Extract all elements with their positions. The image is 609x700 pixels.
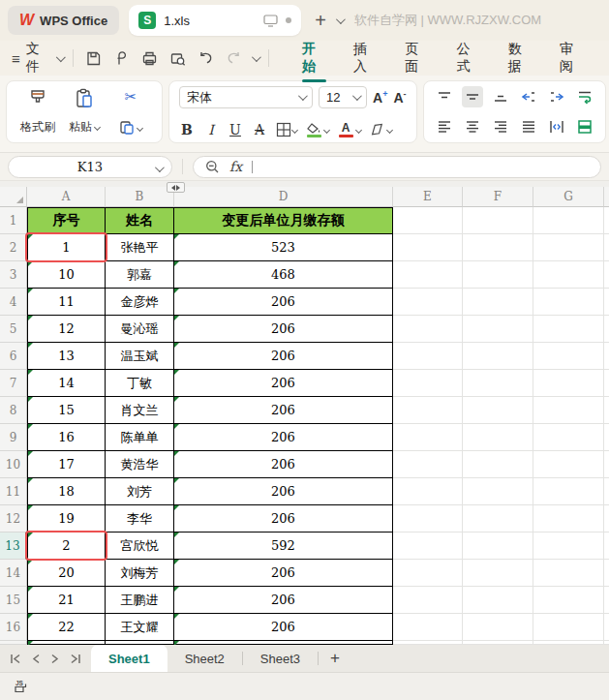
cell-A2[interactable]: 1 — [27, 234, 106, 261]
cell-G2[interactable] — [533, 234, 604, 261]
font-name-select[interactable]: 宋体 — [179, 86, 313, 108]
cell-E13[interactable] — [393, 533, 463, 560]
row-header-2[interactable]: 2 — [0, 234, 27, 261]
cell-A13[interactable]: 2 — [27, 533, 106, 560]
prev-sheet-button[interactable] — [32, 654, 41, 664]
column-header-A[interactable]: A — [27, 187, 106, 207]
cut-icon[interactable]: ✂ — [125, 88, 137, 106]
underline-button[interactable]: U — [228, 122, 243, 137]
cell-B11[interactable]: 刘芳 — [106, 478, 174, 505]
cell-B16[interactable]: 王文耀 — [106, 614, 174, 641]
align-top-button[interactable] — [434, 86, 455, 107]
row-header-16[interactable]: 16 — [0, 614, 27, 641]
hidden-column-handle[interactable] — [167, 182, 185, 193]
formula-input[interactable]: fx — [193, 156, 601, 178]
increase-indent-button[interactable] — [546, 86, 567, 107]
cell-G4[interactable] — [533, 289, 604, 316]
cell-F15[interactable] — [463, 587, 533, 614]
cell-D12[interactable]: 206 — [174, 505, 393, 533]
copy-button[interactable] — [119, 120, 142, 136]
cell-B3[interactable]: 郭嘉 — [106, 261, 174, 289]
cell-A7[interactable]: 14 — [27, 370, 106, 397]
row-header-7[interactable]: 7 — [0, 370, 27, 397]
cell-E16[interactable] — [393, 614, 463, 641]
cell-G11[interactable] — [533, 478, 604, 505]
print-button[interactable] — [139, 47, 161, 69]
cell-G-partial[interactable] — [533, 641, 604, 645]
ribbon-tab-插入[interactable]: 插入 — [340, 34, 391, 82]
row-header-12[interactable]: 12 — [0, 505, 27, 533]
cell-D11[interactable]: 206 — [174, 478, 393, 505]
ribbon-tab-数据[interactable]: 数据 — [495, 34, 546, 82]
ribbon-tab-页面[interactable]: 页面 — [391, 34, 442, 82]
row-header-11[interactable]: 11 — [0, 478, 27, 505]
cell-E4[interactable] — [393, 289, 463, 316]
ribbon-tab-审阅[interactable]: 审阅 — [546, 34, 597, 82]
export-pdf-button[interactable] — [111, 47, 133, 69]
cell-D10[interactable]: 206 — [174, 451, 393, 478]
merge-cells-button[interactable] — [574, 116, 595, 137]
next-sheet-button[interactable] — [50, 654, 59, 664]
cell-F13[interactable] — [463, 533, 533, 560]
increase-font-button[interactable]: A+ — [373, 89, 387, 106]
tab-list-chevron-icon[interactable] — [336, 15, 346, 24]
cell-D15[interactable]: 206 — [174, 587, 393, 614]
cell-G9[interactable] — [533, 424, 604, 451]
insert-function-icon[interactable]: fx — [229, 159, 242, 174]
cell-F1[interactable] — [463, 207, 533, 234]
font-size-select[interactable]: 12 — [319, 86, 367, 108]
row-header-15[interactable]: 15 — [0, 587, 27, 614]
justify-button[interactable] — [518, 116, 539, 137]
cell-D6[interactable]: 206 — [174, 343, 393, 370]
cell-F-partial[interactable] — [463, 641, 533, 645]
cell-E9[interactable] — [393, 424, 463, 451]
cell-G5[interactable] — [533, 316, 604, 343]
document-tab[interactable]: S 1.xls — [129, 5, 301, 36]
cell-A9[interactable]: 16 — [27, 424, 106, 451]
cell-B12[interactable]: 李华 — [106, 505, 174, 533]
cell-E5[interactable] — [393, 316, 463, 343]
cell-B5[interactable]: 曼沁瑶 — [106, 316, 174, 343]
cell-A8[interactable]: 15 — [27, 397, 106, 424]
cell-B6[interactable]: 温玉斌 — [106, 343, 174, 370]
add-sheet-button[interactable]: + — [319, 645, 351, 672]
cell-A10[interactable]: 17 — [27, 451, 106, 478]
row-header-13[interactable]: 13 — [0, 533, 27, 560]
cell-B8[interactable]: 肖文兰 — [106, 397, 174, 424]
cell-E1[interactable] — [393, 207, 463, 234]
select-all-corner[interactable] — [0, 187, 27, 207]
cell-A15[interactable]: 21 — [27, 587, 106, 614]
decrease-font-button[interactable]: A- — [393, 89, 406, 106]
cell-A3[interactable]: 10 — [27, 261, 106, 289]
column-header-G[interactable]: G — [533, 187, 604, 207]
cell-B4[interactable]: 金彦烨 — [106, 289, 174, 316]
cell-E12[interactable] — [393, 505, 463, 533]
paste-button[interactable]: 粘贴 — [61, 85, 107, 138]
cell-E7[interactable] — [393, 370, 463, 397]
cell-G15[interactable] — [533, 587, 604, 614]
cell-A16[interactable]: 22 — [27, 614, 106, 641]
name-box[interactable]: K13 — [8, 156, 172, 178]
clear-format-button[interactable] — [370, 123, 392, 137]
distributed-align-button[interactable] — [546, 116, 567, 137]
cell-G14[interactable] — [533, 560, 604, 587]
cell-A-partial[interactable] — [27, 641, 106, 645]
ribbon-tab-公式[interactable]: 公式 — [442, 34, 494, 82]
align-middle-button[interactable] — [462, 86, 483, 107]
print-preview-button[interactable] — [167, 47, 189, 69]
cell-D14[interactable]: 206 — [174, 560, 393, 587]
cell-G16[interactable] — [533, 614, 604, 641]
row-header-1[interactable]: 1 — [0, 207, 27, 234]
cell-E15[interactable] — [393, 587, 463, 614]
cell-F10[interactable] — [463, 451, 533, 478]
cell-D7[interactable]: 206 — [174, 370, 393, 397]
cell-B9[interactable]: 陈单单 — [106, 424, 174, 451]
cell-E8[interactable] — [393, 397, 463, 424]
cell-B15[interactable]: 王鹏进 — [106, 587, 174, 614]
cell-D1[interactable]: 变更后单位月缴存额 — [174, 207, 393, 234]
redo-button[interactable] — [224, 47, 245, 69]
cell-B7[interactable]: 丁敏 — [106, 370, 174, 397]
cell-E14[interactable] — [393, 560, 463, 587]
share-to-device-icon[interactable] — [263, 15, 278, 27]
strikethrough-button[interactable]: A — [252, 122, 267, 137]
